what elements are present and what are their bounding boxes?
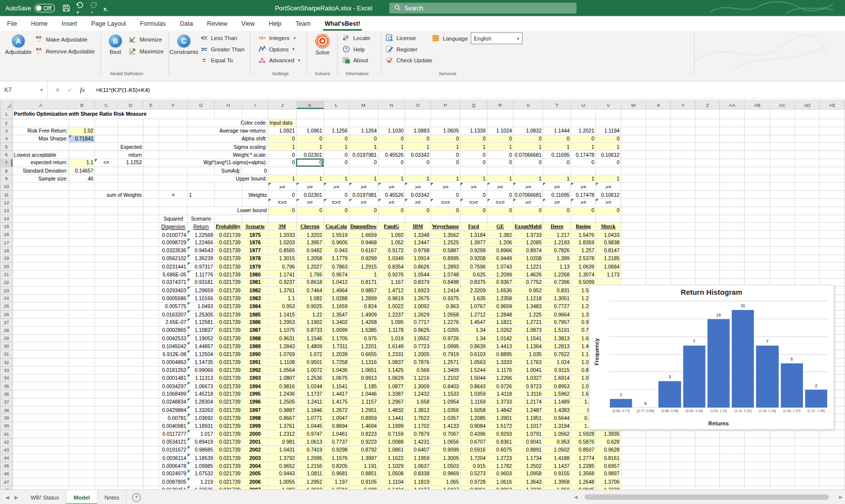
cell[interactable] bbox=[378, 119, 405, 127]
cell[interactable] bbox=[143, 294, 159, 302]
cell[interactable] bbox=[820, 207, 845, 215]
cell[interactable]: 1.2331 bbox=[378, 350, 405, 358]
cell[interactable]: 0.8498 bbox=[431, 278, 461, 286]
cell[interactable]: 1.10166 bbox=[188, 294, 214, 302]
histogram-bar[interactable] bbox=[805, 390, 827, 408]
cell[interactable]: 1.2525 bbox=[431, 238, 461, 246]
cell[interactable] bbox=[143, 215, 159, 223]
cell[interactable] bbox=[646, 159, 671, 167]
cell[interactable] bbox=[745, 230, 770, 238]
cell[interactable] bbox=[695, 159, 719, 167]
cell[interactable] bbox=[95, 350, 118, 358]
cell[interactable] bbox=[12, 350, 69, 358]
cell[interactable]: 0.988 bbox=[349, 486, 378, 489]
cell[interactable]: >= bbox=[349, 199, 378, 207]
cell[interactable]: 0 bbox=[571, 135, 596, 143]
row-header-9[interactable]: 9 bbox=[0, 175, 13, 183]
cell[interactable] bbox=[795, 446, 820, 454]
cell[interactable]: 0 bbox=[487, 159, 513, 167]
cell[interactable]: 1.0359 bbox=[460, 390, 487, 398]
constraints-button[interactable]: C Constraints bbox=[170, 32, 197, 69]
cell[interactable] bbox=[143, 430, 159, 438]
cell[interactable]: 1.1194 bbox=[596, 127, 621, 135]
cell[interactable] bbox=[621, 462, 646, 470]
cell[interactable] bbox=[296, 119, 324, 127]
cell[interactable]: 0.9084 bbox=[460, 422, 487, 430]
options-button[interactable]: Options▾ bbox=[258, 44, 294, 54]
cell[interactable]: 1.1424 bbox=[378, 486, 405, 489]
cell[interactable] bbox=[143, 159, 159, 167]
cell[interactable]: 0.07066681 bbox=[513, 191, 543, 199]
cell[interactable]: 1.0958 bbox=[513, 470, 543, 478]
cell[interactable] bbox=[143, 127, 159, 135]
cell[interactable]: 1.0203 bbox=[268, 238, 296, 246]
cell[interactable]: 1.217 bbox=[543, 230, 571, 238]
column-header-AB[interactable]: AB bbox=[745, 100, 770, 109]
cell[interactable]: 0.8959 bbox=[349, 414, 378, 422]
cell[interactable]: 1978 bbox=[242, 255, 268, 263]
cell[interactable]: 0.8643 bbox=[460, 382, 487, 390]
cell[interactable] bbox=[720, 207, 745, 215]
cell[interactable] bbox=[770, 246, 795, 254]
cell[interactable] bbox=[143, 446, 159, 454]
column-header-Y[interactable]: Y bbox=[671, 100, 695, 109]
cell[interactable]: 1.6536 bbox=[487, 286, 513, 294]
cell[interactable]: 1996 bbox=[242, 398, 268, 406]
cell[interactable] bbox=[671, 430, 695, 438]
cell[interactable] bbox=[745, 119, 770, 127]
cell[interactable]: >= bbox=[487, 183, 513, 190]
cell[interactable] bbox=[12, 366, 69, 374]
cell[interactable] bbox=[695, 238, 719, 246]
cell[interactable]: 1 bbox=[268, 143, 296, 151]
histogram-bar[interactable] bbox=[707, 319, 730, 408]
cell[interactable] bbox=[695, 271, 719, 278]
cell[interactable]: 1 bbox=[543, 143, 571, 151]
cell[interactable]: 1.4832 bbox=[378, 406, 405, 414]
cell[interactable] bbox=[118, 167, 143, 175]
cell[interactable]: 1 bbox=[296, 175, 324, 183]
cell[interactable]: 1.1216 bbox=[405, 374, 430, 382]
cell[interactable] bbox=[795, 135, 820, 143]
cell[interactable]: 0.5273 bbox=[460, 470, 487, 478]
cell[interactable]: 1.024 bbox=[543, 358, 571, 366]
cell[interactable]: 1.3997 bbox=[349, 454, 378, 462]
cell[interactable]: 0.1045042 bbox=[159, 342, 188, 350]
cell[interactable]: 1.0357 bbox=[431, 414, 461, 422]
cell[interactable]: 1 bbox=[487, 143, 513, 151]
histogram-bar[interactable] bbox=[658, 381, 681, 408]
column-header-T[interactable]: T bbox=[543, 100, 571, 109]
cell[interactable] bbox=[118, 470, 143, 478]
cell[interactable] bbox=[720, 446, 745, 454]
cell[interactable]: >= bbox=[349, 183, 378, 190]
column-header-S[interactable]: S bbox=[513, 100, 543, 109]
cell[interactable] bbox=[671, 255, 695, 263]
cell[interactable] bbox=[820, 470, 845, 478]
cell[interactable]: 1.2951 bbox=[349, 406, 378, 414]
column-header-C[interactable]: C bbox=[95, 100, 118, 109]
cell[interactable]: 0.0087805 bbox=[159, 478, 188, 486]
cell[interactable]: 0.9659 bbox=[487, 302, 513, 310]
cell[interactable] bbox=[95, 135, 118, 143]
cell[interactable] bbox=[571, 215, 596, 223]
cell[interactable] bbox=[12, 454, 69, 462]
cell[interactable] bbox=[118, 486, 143, 489]
column-header-H[interactable]: H bbox=[215, 100, 242, 109]
cell[interactable]: 0.10612 bbox=[596, 191, 621, 199]
cell[interactable]: Boeing bbox=[571, 223, 596, 230]
column-header-F[interactable]: F bbox=[159, 100, 188, 109]
cell[interactable] bbox=[646, 109, 671, 119]
cell[interactable]: 1.0558 bbox=[431, 310, 461, 318]
cell[interactable] bbox=[69, 334, 94, 342]
cell[interactable]: Upper bound: bbox=[188, 175, 268, 183]
cell[interactable] bbox=[69, 319, 94, 326]
cell[interactable]: 1.257 bbox=[571, 246, 596, 254]
cell[interactable]: 1986 bbox=[242, 319, 268, 326]
cell[interactable] bbox=[646, 478, 671, 486]
row-header-26[interactable]: 26 bbox=[0, 310, 13, 318]
cell[interactable]: =>= bbox=[324, 199, 349, 207]
cell[interactable]: 0.7419 bbox=[296, 446, 324, 454]
cell[interactable] bbox=[770, 462, 795, 470]
cell[interactable] bbox=[795, 438, 820, 446]
cell[interactable] bbox=[695, 199, 719, 207]
cell[interactable] bbox=[820, 191, 845, 199]
